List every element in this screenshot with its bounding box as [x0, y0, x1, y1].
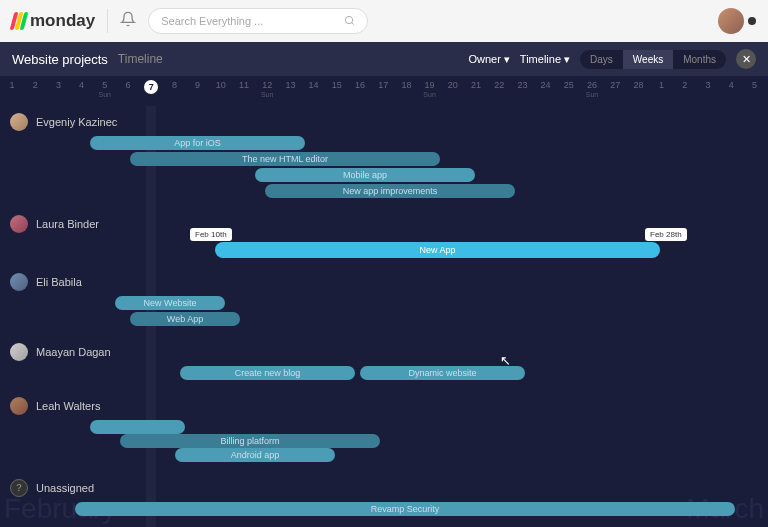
task-bar[interactable]: App for iOS [90, 136, 305, 150]
date-cell[interactable]: 4 [72, 80, 92, 90]
notifications-icon[interactable] [120, 11, 136, 31]
date-cell[interactable]: 1 [652, 80, 672, 90]
person-header[interactable]: Evgeniy Kazinec [0, 112, 768, 132]
date-cell[interactable]: 14 [304, 80, 324, 90]
person-avatar [10, 397, 28, 415]
date-cell[interactable]: 25 [559, 80, 579, 90]
date-cell[interactable]: 6 [118, 80, 138, 90]
date-cell[interactable]: 5 [744, 80, 764, 90]
svg-point-0 [346, 16, 353, 23]
task-bar[interactable]: Create new blog [180, 366, 355, 380]
person-header[interactable]: Leah Walters [0, 396, 768, 416]
date-cell[interactable]: 8 [164, 80, 184, 90]
person-name: Evgeniy Kazinec [36, 116, 117, 128]
date-cell[interactable]: 3 [48, 80, 68, 90]
date-cell[interactable]: 1 [2, 80, 22, 90]
logo[interactable]: monday [12, 11, 95, 31]
view-days[interactable]: Days [580, 50, 623, 69]
date-cell[interactable]: 10 [211, 80, 231, 90]
task-bar[interactable]: Android app [175, 448, 335, 462]
person-name: Leah Walters [36, 400, 100, 412]
date-cell[interactable]: 2 [25, 80, 45, 90]
date-cell[interactable]: 11 [234, 80, 254, 90]
person-avatar [10, 343, 28, 361]
task-bar[interactable]: New Website [115, 296, 225, 310]
divider [107, 9, 108, 33]
status-dot [748, 17, 756, 25]
task-bar[interactable]: New app improvements [265, 184, 515, 198]
chevron-down-icon: ▾ [504, 53, 510, 66]
close-button[interactable]: ✕ [736, 49, 756, 69]
logo-text: monday [30, 11, 95, 31]
date-cell[interactable]: 24 [536, 80, 556, 90]
person-avatar [10, 273, 28, 291]
bars-container: New WebsiteWeb App [0, 296, 768, 330]
date-cell[interactable]: 20 [443, 80, 463, 90]
date-cell[interactable]: 4 [721, 80, 741, 90]
date-cell[interactable]: 7 [141, 80, 161, 94]
date-cell[interactable]: 2 [675, 80, 695, 90]
user-avatar [718, 8, 744, 34]
top-bar: monday Search Everything ... [0, 0, 768, 42]
person-name: Eli Babila [36, 276, 82, 288]
person-name: Maayan Dagan [36, 346, 111, 358]
bars-container: App for iOSThe new HTML editorMobile app… [0, 136, 768, 202]
timeline-row: ？UnassignedRevamp Security [0, 472, 768, 526]
person-avatar: ？ [10, 479, 28, 497]
timeline-row: Laura BinderNew AppFeb 10thFeb 28th [0, 208, 768, 266]
date-cell[interactable]: 19Sun [420, 80, 440, 98]
task-bar[interactable]: The new HTML editor [130, 152, 440, 166]
person-name: Unassigned [36, 482, 94, 494]
person-header[interactable]: Maayan Dagan [0, 342, 768, 362]
date-label-start: Feb 10th [190, 228, 232, 241]
bars-container: Create new blogDynamic website [0, 366, 768, 384]
person-avatar [10, 113, 28, 131]
date-cell[interactable]: 28 [628, 80, 648, 90]
owner-dropdown[interactable]: Owner ▾ [468, 53, 509, 66]
breadcrumb: Timeline [118, 52, 163, 66]
date-cell[interactable]: 13 [280, 80, 300, 90]
date-cell[interactable]: 12Sun [257, 80, 277, 98]
date-cell[interactable]: 3 [698, 80, 718, 90]
date-label-end: Feb 28th [645, 228, 687, 241]
task-bar[interactable]: New App [215, 242, 660, 258]
timeline-row: Leah WaltersBilling platformAndroid app [0, 390, 768, 472]
date-cell[interactable]: 21 [466, 80, 486, 90]
view-toggle: Days Weeks Months [580, 50, 726, 69]
search-placeholder: Search Everything ... [161, 15, 338, 27]
date-strip: 12345Sun6789101112Sun13141516171819Sun20… [0, 76, 768, 106]
page-title: Website projects [12, 52, 108, 67]
user-menu[interactable] [718, 8, 756, 34]
timeline-row: Maayan DaganCreate new blogDynamic websi… [0, 336, 768, 390]
svg-line-1 [352, 22, 354, 24]
search-icon [344, 15, 355, 28]
bars-container: New AppFeb 10thFeb 28th [0, 238, 768, 260]
timeline-row: Eli BabilaNew WebsiteWeb App [0, 266, 768, 336]
date-cell[interactable]: 17 [373, 80, 393, 90]
person-avatar [10, 215, 28, 233]
task-bar[interactable]: Revamp Security [75, 502, 735, 516]
date-cell[interactable]: 18 [396, 80, 416, 90]
task-bar[interactable]: Mobile app [255, 168, 475, 182]
date-cell[interactable]: 23 [512, 80, 532, 90]
task-bar[interactable]: Dynamic website [360, 366, 525, 380]
date-cell[interactable]: 27 [605, 80, 625, 90]
person-header[interactable]: ？Unassigned [0, 478, 768, 498]
date-cell[interactable]: 5Sun [95, 80, 115, 98]
timeline-row: Evgeniy KazinecApp for iOSThe new HTML e… [0, 106, 768, 208]
chevron-down-icon: ▾ [564, 53, 570, 66]
date-cell[interactable]: 16 [350, 80, 370, 90]
date-cell[interactable]: 26Sun [582, 80, 602, 98]
view-months[interactable]: Months [673, 50, 726, 69]
date-cell[interactable]: 15 [327, 80, 347, 90]
task-bar[interactable]: Web App [130, 312, 240, 326]
task-bar[interactable]: Billing platform [120, 434, 380, 448]
search-input[interactable]: Search Everything ... [148, 8, 368, 34]
view-weeks[interactable]: Weeks [623, 50, 673, 69]
person-header[interactable]: Eli Babila [0, 272, 768, 292]
date-cell[interactable]: 9 [188, 80, 208, 90]
task-bar[interactable] [90, 420, 185, 434]
logo-icon [12, 12, 26, 30]
date-cell[interactable]: 22 [489, 80, 509, 90]
timeline-dropdown[interactable]: Timeline ▾ [520, 53, 570, 66]
